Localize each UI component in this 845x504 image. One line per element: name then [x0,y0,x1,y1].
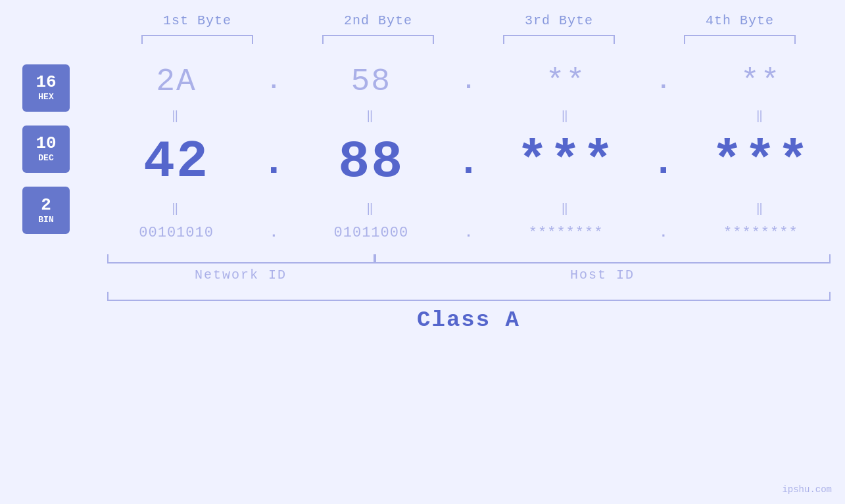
bin-val-4: ******** [677,225,845,241]
sep-dot2-1 [260,201,287,216]
bracket-cell-2 [288,35,469,44]
dec-val-4: *** [677,132,845,192]
bracket-2 [322,35,434,44]
hex-label: HEX [38,92,53,102]
sep-2-4: ‖ [677,201,845,216]
bin-row: 00101010 . 01011000 . ******** . [92,218,845,248]
bracket-cell-1 [107,35,288,44]
watermark: ipshu.com [782,484,832,495]
bracket-1 [141,35,253,44]
hex-val-3: ** [482,64,650,99]
dec-val-3: *** [482,132,650,192]
byte-label-2: 2nd Byte [288,13,469,28]
bracket-4 [684,35,796,44]
bottom-area: Network ID Host ID [107,254,831,283]
network-id-label: Network ID [107,267,375,283]
hex-badge: 16 HEX [22,64,70,112]
hex-number: 16 [36,74,56,91]
header-row: 1st Byte 2nd Byte 3rd Byte 4th Byte [107,13,831,28]
dot-bin-1: . [260,225,287,241]
dec-val-2: 88 [287,132,455,192]
network-bracket [107,254,375,263]
sep-dot-2 [456,108,482,123]
dot-dec-2: . [456,140,482,185]
sep-2-3: ‖ [482,201,650,216]
sep-2-2: ‖ [287,201,455,216]
dot-hex-3: . [650,68,677,95]
main-container: 1st Byte 2nd Byte 3rd Byte 4th Byte 16 H… [0,0,845,504]
sep-1-4: ‖ [677,108,845,123]
sep-1-1: ‖ [92,108,260,123]
dec-row: 42 . 88 . *** . *** [92,126,845,198]
sep-1-3: ‖ [482,108,650,123]
dec-label: DEC [38,153,53,163]
bin-val-1: 00101010 [92,225,260,241]
dec-val-1: 42 [92,132,260,192]
hex-val-2: 58 [287,64,455,99]
sep-1-2: ‖ [287,108,455,123]
separator-1: ‖ ‖ ‖ ‖ [92,106,845,126]
bin-number: 2 [41,196,51,214]
bracket-3 [503,35,615,44]
separator-2: ‖ ‖ ‖ ‖ [92,198,845,218]
host-id-label: Host ID [375,267,831,283]
host-bracket [375,254,831,263]
sep-2-1: ‖ [92,201,260,216]
byte-label-4: 4th Byte [650,13,831,28]
id-brackets [107,254,831,263]
top-brackets [107,35,831,44]
sep-dot-1 [260,108,287,123]
bin-badge: 2 BIN [22,187,70,234]
left-labels: 16 HEX 10 DEC 2 BIN [0,51,92,248]
dot-bin-3: . [650,225,677,241]
dec-badge: 10 DEC [22,126,70,173]
hex-val-1: 2A [92,64,260,99]
bin-val-3: ******** [482,225,650,241]
id-labels: Network ID Host ID [107,267,831,283]
sep-dot-3 [650,108,677,123]
sep-dot2-2 [456,201,482,216]
byte-label-1: 1st Byte [107,13,288,28]
class-label: Class A [107,308,831,332]
bracket-cell-4 [650,35,831,44]
bin-val-2: 01011000 [287,225,455,241]
bin-label: BIN [38,215,53,225]
right-content: 2A . 58 . ** . ** [92,51,845,248]
byte-label-3: 3rd Byte [469,13,650,28]
dot-hex-1: . [260,68,287,95]
hex-row: 2A . 58 . ** . ** [92,57,845,106]
dot-dec-1: . [260,140,287,185]
full-bracket [107,292,831,301]
dot-dec-3: . [650,140,677,185]
dot-bin-2: . [456,225,482,241]
hex-val-4: ** [677,64,845,99]
sep-dot2-3 [650,201,677,216]
dec-number: 10 [36,135,56,152]
content-area: 16 HEX 10 DEC 2 BIN 2A . [0,51,845,248]
bracket-cell-3 [469,35,650,44]
dot-hex-2: . [456,68,482,95]
full-bottom: Class A [107,292,831,332]
